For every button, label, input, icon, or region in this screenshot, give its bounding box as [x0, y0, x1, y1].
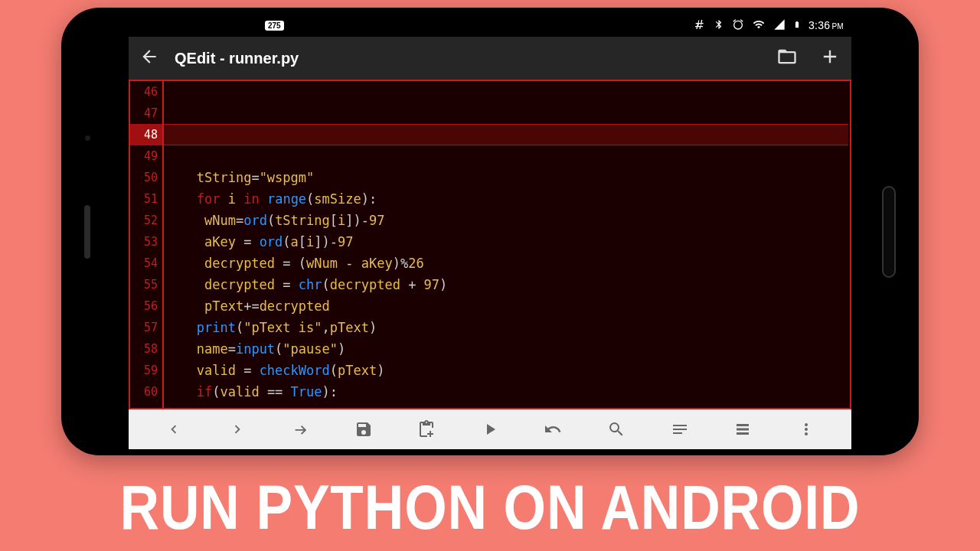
code-line[interactable]: wNum=ord(tString[i])-97: [173, 210, 850, 231]
overflow-menu-button[interactable]: [791, 414, 822, 445]
highlighted-line-bg: [164, 124, 848, 145]
code-line[interactable]: decrypted = (wNum - aKey)%26: [173, 253, 850, 274]
code-line[interactable]: for i in range(smSize):: [173, 188, 850, 210]
line-number: 59: [130, 360, 158, 381]
wifi-icon: [752, 18, 766, 33]
bottom-toolbar: [129, 409, 851, 449]
phone-frame: 275 3:36PM QEdit - runner.py: [61, 8, 919, 455]
line-number: 58: [130, 338, 158, 360]
search-button[interactable]: [601, 414, 632, 445]
save-button[interactable]: [348, 414, 379, 445]
code-line[interactable]: [173, 145, 850, 167]
open-folder-icon[interactable]: [776, 46, 798, 70]
download-icon: [201, 18, 213, 33]
line-number: 48: [130, 124, 162, 145]
line-gutter: 464748495051525354555657585960: [130, 81, 164, 408]
prev-button[interactable]: [158, 414, 189, 445]
battery-icon: [793, 18, 801, 34]
code-line[interactable]: return True: [173, 403, 850, 409]
code-line[interactable]: print("pText is",pText): [173, 317, 850, 338]
line-number: 50: [130, 167, 158, 188]
code-line[interactable]: name=input("pause"): [173, 338, 850, 360]
add-icon[interactable]: [819, 46, 841, 70]
line-number: 53: [130, 231, 158, 253]
code-line[interactable]: aKey = ord(a[i])-97: [173, 231, 850, 253]
code-line[interactable]: decrypted = chr(decrypted + 97): [173, 274, 850, 295]
bluetooth-icon: [714, 18, 724, 33]
line-number: 54: [130, 253, 158, 274]
alarm-icon: [732, 18, 744, 33]
app-title: QEdit - runner.py: [175, 50, 299, 67]
status-clock: 3:36PM: [808, 19, 844, 31]
phone-speaker: [84, 205, 90, 259]
phone-inner: 275 3:36PM QEdit - runner.py: [67, 14, 913, 449]
line-number: 60: [130, 381, 158, 403]
code-editor[interactable]: 464748495051525354555657585960 tString="…: [129, 80, 851, 409]
hero-caption: RUN PYTHON ON ANDROID: [64, 471, 916, 543]
code-line[interactable]: if(valid == True):: [173, 381, 850, 403]
paste-button[interactable]: [411, 414, 442, 445]
image-icon: [158, 18, 170, 33]
line-number: 55: [130, 274, 158, 295]
undo-button[interactable]: [537, 414, 568, 445]
code-line[interactable]: tString="wspgm": [173, 167, 850, 188]
chat-icon: [136, 18, 149, 33]
notification-badge: 275: [265, 21, 284, 31]
code-line[interactable]: pText+=decrypted: [173, 295, 850, 317]
line-number: 57: [130, 317, 158, 338]
line-number: 51: [130, 188, 158, 210]
next-button[interactable]: [222, 414, 253, 445]
line-number: 56: [130, 295, 158, 317]
back-arrow-icon[interactable]: [139, 47, 159, 70]
status-bar: 275 3:36PM: [129, 14, 851, 37]
hash-icon: [694, 18, 706, 33]
phone-screen: 275 3:36PM QEdit - runner.py: [129, 14, 851, 449]
home-button[interactable]: [882, 186, 896, 278]
front-sensor: [85, 135, 90, 141]
code-area[interactable]: tString="wspgm" for i in range(smSize): …: [164, 81, 850, 408]
line-number: 52: [130, 210, 158, 231]
line-number: 47: [130, 103, 158, 124]
upload-icon: [179, 18, 191, 33]
line-number: 46: [130, 81, 158, 103]
goto-button[interactable]: [285, 414, 315, 445]
list-button[interactable]: [727, 414, 758, 445]
run-button[interactable]: [475, 414, 505, 445]
mail-icon: [243, 18, 256, 33]
app-bar: QEdit - runner.py: [129, 37, 851, 80]
format-button[interactable]: [665, 414, 695, 445]
signal-icon: [773, 18, 786, 33]
line-number: 49: [130, 145, 158, 167]
code-line[interactable]: valid = checkWord(pText): [173, 360, 850, 381]
download-icon-2: [222, 18, 234, 33]
